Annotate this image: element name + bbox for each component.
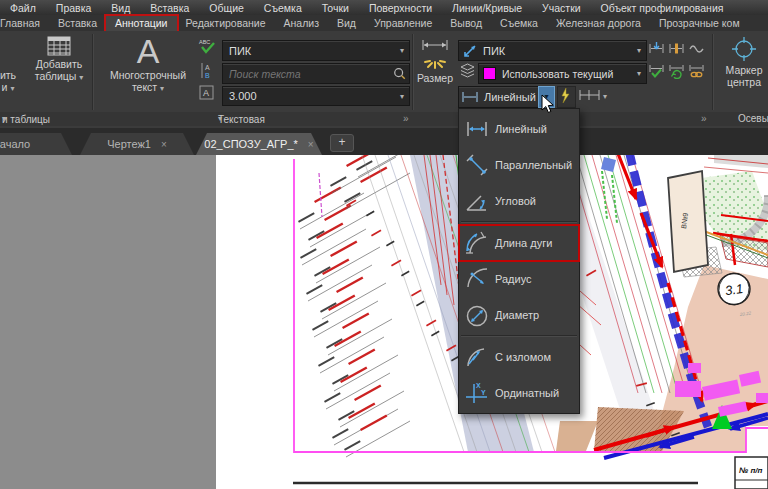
svg-text:A: A [205,64,210,71]
svg-text:Y: Y [481,389,486,396]
ribbon-tab-analysis[interactable]: Анализ [275,16,328,31]
dropdown-arrow-icon: ▾ [79,73,83,82]
dim-panel-expander[interactable]: » [701,113,707,124]
table-header-cell: № п/п [739,466,763,475]
ribbon-tab-view[interactable]: Вид [328,16,365,31]
dim-layer-combo[interactable]: Использовать текущий ▾ [478,63,647,84]
dim-text-icon[interactable] [668,40,685,61]
ribbon-tab-home[interactable]: Главная [0,16,49,31]
center-marker-icon [731,36,757,62]
text-search-field[interactable] [222,63,410,84]
panel-separator [712,34,714,110]
ribbon-tab-output[interactable]: Вывод [441,16,491,31]
dropdown-arrow-icon: ▾ [395,92,409,101]
ribbon-tab-editing[interactable]: Редактирование [177,16,275,31]
ribbon: ить и ▾ Добавить таблицы ▾ A Многострочн… [0,31,768,130]
ribbon-tab-railway[interactable]: Железная дорога [547,16,650,31]
menu-item-ordinate[interactable]: X Y Ординатный [459,375,579,411]
menu-separator [461,335,577,337]
menu-general[interactable]: Общие [199,2,254,14]
dimension-icon [420,38,450,52]
center-marker-button[interactable]: Маркер центра [718,36,768,88]
wavy-line-icon[interactable] [688,40,705,61]
ribbon-tab-transparent[interactable]: Прозрачные ком [650,16,749,31]
jogged-dimension-icon [464,344,490,370]
ribbon-tab-annotations[interactable]: Аннотации [106,16,177,31]
doc-tab-spozu[interactable]: 02_СПОЗУ_АГР_*× [196,133,322,155]
sparkle-icon [422,54,448,70]
drawing-viewport[interactable]: В№9 [0,155,768,489]
panel-label-row: и таблицы ▾ Текстовая ▾ » Размеры ▾ » Ос… [0,112,768,126]
dropdown-arrow-icon: ▾ [10,84,14,93]
ribbon-tab-insert[interactable]: Вставка [49,16,106,31]
text-style-combo[interactable]: ПИК▾ [222,40,410,61]
menu-separator [461,221,577,223]
search-input[interactable] [223,67,393,81]
menu-item-jogged[interactable]: С изломом [459,339,579,375]
mouse-cursor [541,94,555,114]
linear-dim-icon [462,91,478,103]
menu-surfaces[interactable]: Поверхности [359,2,442,14]
menu-edit[interactable]: Правка [46,2,101,14]
menu-item-radius[interactable]: Радиус [459,261,579,297]
new-tab-button[interactable]: + [330,134,354,152]
text-align-icon[interactable]: A B [200,62,216,83]
dim-type-split-button[interactable]: Линейный [458,86,540,108]
dropdown-arrow-icon: ▾ [160,84,164,93]
menu-item-arc-length[interactable]: Длина дуги [459,225,579,261]
menu-item-diameter[interactable]: Диаметр [459,297,579,333]
svg-text:X: X [476,382,481,389]
menu-parcels[interactable]: Участки [532,2,591,14]
linear-dimension-icon [464,116,490,142]
dimension-button[interactable]: Размер [413,38,457,84]
svg-text:B: B [205,72,210,79]
text-height-combo[interactable]: 3.000▾ [222,86,410,106]
dim-link-icon[interactable] [688,62,705,83]
legend-tables: № п/п [293,457,768,489]
dim-chain-button[interactable] [578,86,602,106]
spell-check-icon[interactable]: ABC [198,38,218,54]
menu-bar: Файл Правка Вид Вставка Общие Съемка Точ… [0,0,768,15]
menu-view[interactable]: Вид [101,2,140,14]
dim-refresh-icon[interactable] [668,62,685,83]
text-height-icon: A [199,85,214,104]
menu-profiling-object[interactable]: Объект профилирования [591,2,734,14]
dropdown-arrow-icon: ▾ [632,69,646,78]
menu-file[interactable]: Файл [0,2,46,14]
layer-color-swatch [483,67,496,80]
search-icon[interactable] [393,66,406,81]
dim-update-icon[interactable] [648,40,665,61]
close-icon[interactable]: × [161,139,167,150]
ribbon-tab-manage[interactable]: Управление [365,16,441,31]
add-tables-button[interactable]: Добавить таблицы ▾ [30,36,88,84]
dim-check-icon[interactable] [648,62,665,83]
mtext-button[interactable]: A Многострочный текст ▾ [100,33,196,95]
dropdown-arrow-icon: ▾ [632,46,646,55]
menu-points[interactable]: Точки [312,2,359,14]
text-panel-expander[interactable]: » [403,113,409,124]
dropdown-arrow-icon[interactable]: ▾ [603,92,607,101]
dim-style-combo[interactable]: ПИК▾ [458,40,647,61]
menu-item-linear[interactable]: Линейный [459,111,579,147]
dim-style-icon [463,44,477,58]
menu-item-angular[interactable]: Угловой [459,183,579,219]
diameter-dimension-icon [464,302,490,328]
angular-dimension-icon [464,188,490,214]
svg-text:A: A [203,88,209,98]
building-footprint: В№9 [668,171,708,272]
table-icon [47,36,71,56]
aligned-dimension-icon [464,152,490,178]
close-icon[interactable]: × [308,139,314,150]
ribbon-tab-row: Главная Вставка Аннотации Редактирование… [0,15,768,31]
quick-dimension-button[interactable] [557,86,576,108]
arc-length-dimension-icon [464,230,490,256]
ribbon-tab-survey[interactable]: Съемка [491,16,547,31]
doc-tab-drawing1[interactable]: Чертеж1× [80,133,194,155]
menu-item-aligned[interactable]: Параллельный [459,147,579,183]
menu-survey[interactable]: Съемка [254,2,312,14]
ordinate-dimension-icon: X Y [464,380,490,406]
add-labels-button[interactable]: ить и ▾ [0,69,24,95]
menu-lines-curves[interactable]: Линии/Кривые [442,2,532,14]
doc-tab-start[interactable]: Начало [0,133,72,155]
menu-insert[interactable]: Вставка [140,2,199,14]
